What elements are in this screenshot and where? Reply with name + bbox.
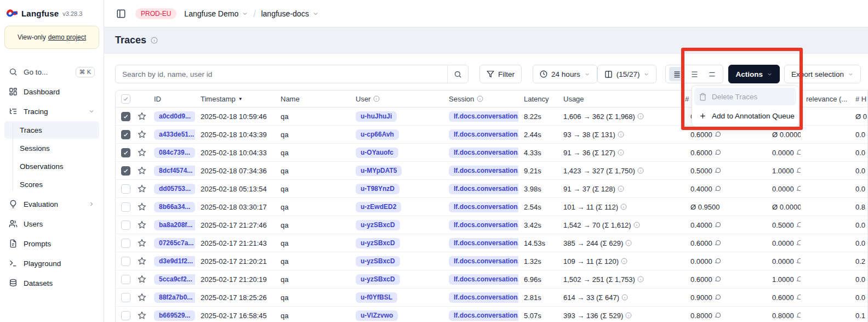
user-id-badge[interactable]: u-zEwdED2	[356, 202, 401, 212]
session-id-badge[interactable]: lf.docs.conversation...	[449, 148, 518, 158]
info-icon[interactable]	[620, 204, 627, 210]
star-icon[interactable]	[138, 148, 146, 157]
search-input[interactable]	[116, 70, 447, 78]
user-id-badge[interactable]: u-MYpDAT5	[356, 166, 402, 176]
trace-id-badge[interactable]: ba8a208f...	[154, 220, 195, 230]
sidebar-item-tracing[interactable]: Tracing	[4, 103, 99, 120]
menu-item-add-to-annotation-queue[interactable]: Add to Annotation Queue	[694, 107, 796, 125]
user-id-badge[interactable]: u-VlZzvwo	[356, 310, 398, 321]
column-header-count[interactable]: # H	[850, 95, 867, 103]
sidebar-item-users[interactable]: Users	[4, 215, 99, 233]
user-id-badge[interactable]: u-yzSBxcD	[356, 274, 400, 285]
column-header-relevance[interactable]: relevance (...	[801, 95, 850, 103]
session-id-badge[interactable]: lf.docs.conversation...	[449, 184, 518, 194]
trace-id-badge[interactable]: d3e9d1f2...	[154, 256, 195, 267]
comment-bubble-icon[interactable]	[796, 149, 801, 156]
trace-id-badge[interactable]: 8b66a34...	[154, 202, 195, 212]
trace-id-badge[interactable]: b669529...	[154, 310, 195, 321]
row-checkbox[interactable]	[121, 293, 130, 302]
time-range-button[interactable]: 24 hours	[533, 65, 597, 83]
column-visibility-button[interactable]: (15/27)	[597, 65, 657, 83]
demo-project-link[interactable]: demo project	[48, 33, 86, 41]
info-icon[interactable]	[637, 167, 644, 174]
row-checkbox[interactable]	[121, 112, 130, 121]
trace-id-badge[interactable]: a433de51...	[154, 129, 195, 140]
row-checkbox[interactable]	[121, 311, 130, 320]
column-header-latency[interactable]: Latency	[518, 95, 558, 103]
column-header-session[interactable]: Session	[443, 95, 518, 103]
column-header-name[interactable]: Name	[275, 95, 350, 103]
row-checkbox[interactable]	[121, 166, 130, 176]
session-id-badge[interactable]: lf.docs.conversation...	[449, 274, 518, 285]
comment-bubble-icon[interactable]	[715, 185, 721, 192]
star-icon[interactable]	[138, 130, 146, 139]
sidebar-item-dashboard[interactable]: Dashboard	[4, 83, 99, 100]
info-icon[interactable]	[618, 185, 624, 192]
sidebar-item-prompts[interactable]: Prompts	[4, 235, 99, 252]
go-to-search[interactable]: Go to... ⌘ K	[4, 63, 99, 81]
info-icon[interactable]	[618, 131, 624, 138]
comment-bubble-icon[interactable]	[796, 294, 801, 301]
project-switcher[interactable]: langfuse-docs	[261, 9, 318, 18]
star-icon[interactable]	[138, 221, 146, 229]
session-id-badge[interactable]: lf.docs.conversation...	[449, 111, 518, 122]
sidebar-item-observations[interactable]: Observations	[4, 157, 99, 175]
column-header-id[interactable]: ID	[149, 95, 195, 103]
comment-bubble-icon[interactable]	[715, 222, 721, 228]
info-icon[interactable]	[618, 149, 624, 156]
session-id-badge[interactable]: lf.docs.conversation...	[449, 310, 518, 321]
export-selection-button[interactable]: Export selection	[784, 65, 861, 83]
info-icon[interactable]	[151, 37, 158, 44]
trace-id-badge[interactable]: 8dcf4574...	[154, 166, 195, 176]
column-header-timestamp[interactable]: Timestamp▼	[195, 95, 275, 103]
comment-bubble-icon[interactable]	[796, 276, 801, 283]
trace-id-badge[interactable]: 88f2a7b0...	[154, 292, 195, 303]
actions-button[interactable]: Actions	[728, 65, 780, 83]
star-icon[interactable]	[138, 311, 146, 320]
star-icon[interactable]	[138, 293, 146, 302]
sidebar-item-playground[interactable]: Playground	[4, 255, 99, 272]
row-checkbox[interactable]	[121, 257, 130, 266]
row-height-large-button[interactable]	[704, 67, 719, 81]
session-id-badge[interactable]: lf.docs.conversation...	[449, 238, 518, 248]
trace-id-badge[interactable]: dd05753...	[154, 184, 195, 194]
user-id-badge[interactable]: u-yzSBxcD	[356, 238, 400, 248]
trace-id-badge[interactable]: 5cca9cf2...	[154, 274, 195, 285]
sidebar-toggle-icon[interactable]	[116, 9, 126, 19]
row-checkbox[interactable]	[121, 275, 130, 284]
star-icon[interactable]	[138, 275, 146, 284]
info-icon[interactable]	[637, 113, 644, 120]
sidebar-item-datasets[interactable]: Datasets	[4, 274, 99, 292]
column-header-user[interactable]: User	[350, 95, 443, 103]
column-header-usage[interactable]: Usage	[558, 95, 685, 103]
search-icon[interactable]	[447, 65, 468, 83]
row-checkbox[interactable]	[121, 184, 130, 194]
comment-bubble-icon[interactable]	[796, 222, 801, 228]
star-icon[interactable]	[138, 257, 146, 265]
select-all-checkbox[interactable]	[121, 94, 130, 104]
comment-bubble-icon[interactable]	[796, 312, 801, 319]
session-id-badge[interactable]: lf.docs.conversation...	[449, 256, 518, 267]
comment-bubble-icon[interactable]	[796, 185, 801, 192]
sidebar-item-sessions[interactable]: Sessions	[4, 139, 99, 157]
row-checkbox[interactable]	[121, 202, 130, 212]
info-icon[interactable]	[621, 258, 627, 264]
session-id-badge[interactable]: lf.docs.conversation...	[449, 202, 518, 212]
trace-id-badge[interactable]: 084c739...	[154, 148, 195, 158]
menu-item-delete-traces[interactable]: Delete Traces	[694, 88, 796, 105]
row-checkbox[interactable]	[121, 239, 130, 248]
comment-bubble-icon[interactable]	[715, 131, 721, 138]
row-height-small-button[interactable]	[669, 67, 684, 81]
comment-bubble-icon[interactable]	[715, 258, 721, 264]
user-id-badge[interactable]: u-T98YnzD	[356, 184, 399, 194]
info-icon[interactable]	[633, 222, 640, 228]
comment-bubble-icon[interactable]	[715, 312, 721, 319]
comment-bubble-icon[interactable]	[715, 149, 721, 156]
environment-badge[interactable]: PROD-EU	[135, 8, 176, 19]
org-switcher[interactable]: Langfuse Demo	[184, 9, 248, 18]
comment-bubble-icon[interactable]	[715, 276, 721, 283]
session-id-badge[interactable]: lf.docs.conversation...	[449, 292, 518, 303]
comment-bubble-icon[interactable]	[796, 258, 801, 264]
info-icon[interactable]	[625, 240, 632, 246]
sidebar-item-traces[interactable]: Traces	[4, 121, 99, 139]
